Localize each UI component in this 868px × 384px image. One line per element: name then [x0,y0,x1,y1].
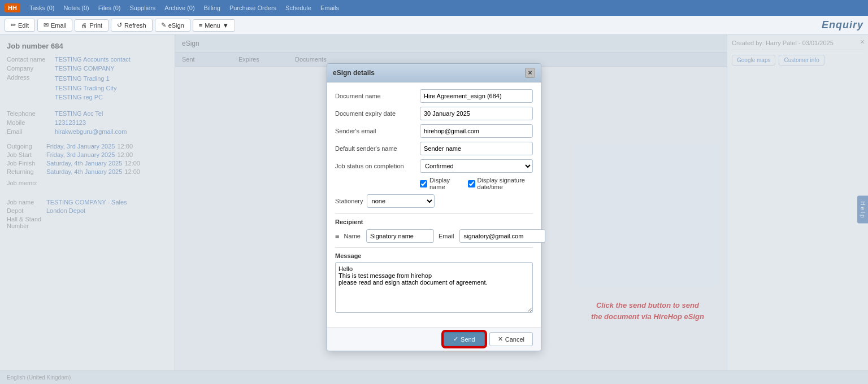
stationery-select[interactable]: none [367,194,435,208]
stationery-label: Stationery [335,198,363,204]
dropdown-icon: ▼ [223,22,229,29]
modal-title: eSign details [333,69,375,77]
checkbox-row: Display name Display signature date/time [420,177,533,190]
nav-billing[interactable]: Billing [204,5,220,11]
toolbar: ✏ Edit ✉ Email 🖨 Print ↺ Refresh ✎ eSign… [0,16,868,35]
doc-name-input[interactable] [420,89,533,103]
nav-purchase-orders[interactable]: Purchase Orders [229,5,276,11]
recipient-icon: ≡ [335,232,340,241]
job-status-row: Job status on completion Confirmed Pendi… [335,159,533,173]
modal-body: Document name Document expiry date Sende… [327,82,541,327]
nav-notes[interactable]: Notes (0) [64,5,89,11]
menu-icon: ≡ [199,22,202,29]
x-icon: ✕ [498,335,503,343]
nav-emails[interactable]: Emails [320,5,339,11]
nav-suppliers[interactable]: Suppliers [130,5,156,11]
recipient-email-label: Email [439,233,454,239]
expiry-label: Document expiry date [335,110,420,117]
pencil-icon: ✏ [11,21,16,29]
expiry-input[interactable] [420,107,533,120]
esign-button[interactable]: ✎ eSign [155,19,190,32]
email-icon: ✉ [44,21,49,29]
display-name-checkbox[interactable] [420,180,427,187]
refresh-icon: ↺ [117,21,122,29]
expiry-row: Document expiry date [335,107,533,120]
sender-name-label: Default sender's name [335,145,420,152]
print-icon: 🖨 [81,22,87,29]
divider-1 [335,213,533,214]
divider-2 [335,247,533,248]
recipient-name-input[interactable] [366,229,434,243]
message-label: Message [335,252,533,259]
recipient-header: Recipient [335,219,533,225]
print-button[interactable]: 🖨 Print [75,19,108,32]
checkmark-icon: ✓ [453,335,458,343]
refresh-button[interactable]: ↺ Refresh [111,19,153,32]
email-button[interactable]: ✉ Email [37,19,73,32]
display-sig-checkbox-label[interactable]: Display signature date/time [468,177,533,190]
job-status-select[interactable]: Confirmed Pending Cancelled [420,159,533,173]
message-section: Message Hello This is test message from … [335,252,533,315]
sender-email-input[interactable] [420,124,533,138]
esign-icon: ✎ [161,21,166,29]
nav-archive[interactable]: Archive (0) [164,5,194,11]
recipient-name-label: Name [344,233,361,239]
recipient-row: ≡ Name Email [335,229,533,243]
stationery-row: Stationery none [335,194,533,208]
sender-email-row: Sender's email [335,124,533,138]
page-title: Enquiry [822,19,863,31]
display-sig-checkbox[interactable] [468,180,475,187]
modal-titlebar: eSign details × [327,64,541,82]
doc-name-row: Document name [335,89,533,103]
recipient-email-input[interactable] [459,229,545,243]
app-logo[interactable]: HH [5,3,20,12]
modal-footer: ✓ Send ✕ Cancel [327,327,541,351]
job-status-label: Job status on completion [335,163,420,169]
display-name-checkbox-label[interactable]: Display name [420,177,457,190]
esign-details-modal: eSign details × Document name Document e… [327,63,541,351]
top-navigation: HH Tasks (0) Notes (0) Files (0) Supplie… [0,0,868,16]
nav-tasks[interactable]: Tasks (0) [29,5,55,11]
sender-email-label: Sender's email [335,128,420,134]
doc-name-label: Document name [335,93,420,99]
send-button[interactable]: ✓ Send [444,332,485,346]
cancel-button[interactable]: ✕ Cancel [489,332,533,346]
sender-name-input[interactable] [420,142,533,155]
edit-button[interactable]: ✏ Edit [5,19,35,32]
nav-files[interactable]: Files (0) [98,5,121,11]
main-area: Job number 684 Contact name TESTING Acco… [0,35,868,384]
sender-name-row: Default sender's name [335,142,533,155]
nav-schedule[interactable]: Schedule [285,5,311,11]
modal-close-button[interactable]: × [525,68,535,78]
message-textarea[interactable]: Hello This is test message from hirehop … [335,262,533,313]
menu-button[interactable]: ≡ Menu ▼ [193,19,235,32]
